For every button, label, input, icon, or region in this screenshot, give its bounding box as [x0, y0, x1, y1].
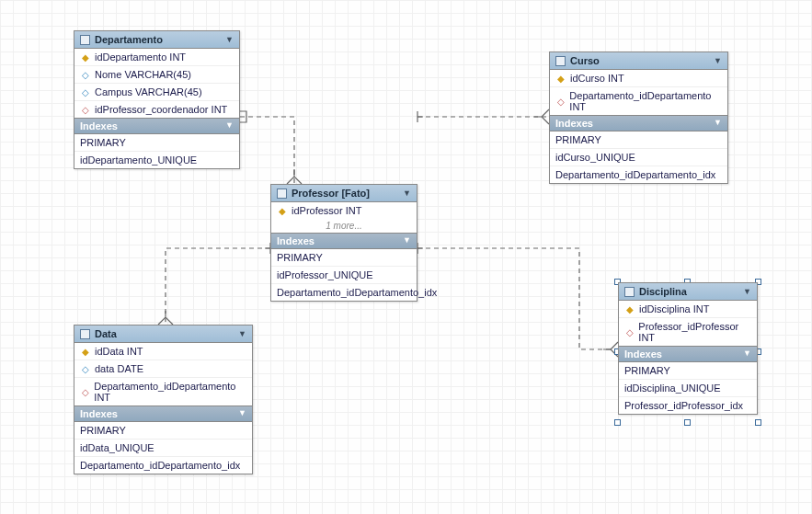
index-row[interactable]: PRIMARY	[619, 362, 757, 379]
column-row[interactable]: ◆idDepartamento INT	[74, 49, 239, 65]
diamond-icon: ◇	[80, 87, 91, 97]
column-row[interactable]: ◇Campus VARCHAR(45)	[74, 83, 239, 100]
entity-name: Curso	[570, 55, 600, 66]
indexes-header[interactable]: Indexes ▼	[271, 233, 417, 249]
entity-data[interactable]: Data ▼ ◆idData INT ◇data DATE ◇Departame…	[74, 325, 253, 474]
table-icon	[80, 329, 90, 339]
indexes-list: PRIMARY idDisciplina_UNIQUE Professor_id…	[619, 362, 757, 414]
entity-title[interactable]: Departamento ▼	[74, 31, 239, 49]
collapse-icon[interactable]: ▼	[238, 329, 246, 338]
indexes-list: PRIMARY idCurso_UNIQUE Departamento_idDe…	[550, 131, 727, 183]
diamond-icon: ◇	[555, 97, 566, 107]
index-row[interactable]: idDepartamento_UNIQUE	[74, 151, 239, 168]
column-row[interactable]: ◇Professor_idProfessor INT	[619, 317, 757, 346]
index-row[interactable]: idDisciplina_UNIQUE	[619, 379, 757, 396]
indexes-list: PRIMARY idData_UNIQUE Departamento_idDep…	[74, 422, 252, 474]
diamond-icon: ◇	[80, 364, 91, 374]
key-icon: ◆	[80, 52, 91, 63]
diamond-icon: ◇	[624, 327, 635, 337]
key-icon: ◆	[80, 347, 91, 357]
resize-handle-se[interactable]	[755, 419, 761, 426]
entity-departamento[interactable]: Departamento ▼ ◆idDepartamento INT ◇Nome…	[74, 30, 240, 169]
entity-disciplina[interactable]: Disciplina ▼ ◆idDisciplina INT ◇Professo…	[618, 282, 758, 415]
resize-handle-sw[interactable]	[614, 419, 621, 426]
index-row[interactable]: idData_UNIQUE	[74, 439, 252, 456]
column-row[interactable]: ◆idData INT	[74, 343, 252, 360]
index-row[interactable]: PRIMARY	[271, 249, 417, 266]
column-row[interactable]: ◇Departamento_idDepartamento INT	[550, 86, 727, 115]
table-icon	[555, 56, 566, 66]
collapse-icon[interactable]: ▼	[714, 56, 722, 65]
collapse-icon[interactable]: ▼	[743, 287, 751, 296]
table-icon	[277, 188, 287, 199]
entity-title[interactable]: Data ▼	[74, 326, 252, 343]
column-row[interactable]: ◇Nome VARCHAR(45)	[74, 65, 239, 83]
erd-canvas[interactable]: Departamento ▼ ◆idDepartamento INT ◇Nome…	[0, 0, 812, 514]
columns-list: ◆idDepartamento INT ◇Nome VARCHAR(45) ◇C…	[74, 49, 239, 118]
entity-title[interactable]: Disciplina ▼	[619, 283, 757, 301]
key-icon: ◆	[277, 206, 288, 216]
column-row[interactable]: ◇idProfessor_coordenador INT	[74, 100, 239, 118]
entity-name: Departamento	[95, 34, 163, 45]
columns-list: ◆idData INT ◇data DATE ◇Departamento_idD…	[74, 343, 252, 405]
index-row[interactable]: Departamento_idDepartamento_idx	[550, 166, 727, 183]
entity-title[interactable]: Curso ▼	[550, 52, 727, 70]
index-row[interactable]: PRIMARY	[74, 422, 252, 439]
indexes-list: PRIMARY idDepartamento_UNIQUE	[74, 134, 239, 168]
columns-list: ◆idProfessor INT 1 more...	[271, 202, 417, 233]
more-indicator[interactable]: 1 more...	[271, 219, 417, 233]
collapse-icon[interactable]: ▼	[403, 188, 411, 198]
collapse-icon[interactable]: ▼	[743, 348, 751, 358]
table-icon	[80, 35, 90, 45]
entity-curso[interactable]: Curso ▼ ◆idCurso INT ◇Departamento_idDep…	[549, 51, 728, 184]
table-icon	[624, 287, 635, 297]
diamond-icon: ◇	[80, 70, 91, 80]
index-row[interactable]: idProfessor_UNIQUE	[271, 266, 417, 283]
index-row[interactable]: Departamento_idDepartamento_idx	[271, 283, 417, 301]
column-row[interactable]: ◆idDisciplina INT	[619, 301, 757, 317]
index-row[interactable]: Departamento_idDepartamento_idx	[74, 456, 252, 474]
resize-handle-s[interactable]	[684, 419, 691, 426]
indexes-list: PRIMARY idProfessor_UNIQUE Departamento_…	[271, 249, 417, 301]
key-icon: ◆	[555, 74, 566, 84]
entity-professor[interactable]: Professor [Fato] ▼ ◆idProfessor INT 1 mo…	[270, 184, 417, 302]
collapse-icon[interactable]: ▼	[238, 408, 246, 417]
column-row[interactable]: ◇data DATE	[74, 360, 252, 377]
collapse-icon[interactable]: ▼	[714, 118, 722, 127]
entity-name: Professor [Fato]	[292, 188, 370, 199]
index-row[interactable]: PRIMARY	[550, 131, 727, 148]
collapse-icon[interactable]: ▼	[225, 120, 234, 130]
diamond-icon: ◇	[80, 387, 90, 397]
column-row[interactable]: ◆idCurso INT	[550, 70, 727, 86]
collapse-icon[interactable]: ▼	[225, 35, 234, 44]
entity-title[interactable]: Professor [Fato] ▼	[271, 185, 417, 202]
entity-name: Disciplina	[639, 286, 687, 297]
columns-list: ◆idCurso INT ◇Departamento_idDepartament…	[550, 70, 727, 115]
index-row[interactable]: PRIMARY	[74, 134, 239, 151]
indexes-header[interactable]: Indexes ▼	[74, 118, 239, 134]
index-row[interactable]: Professor_idProfessor_idx	[619, 396, 757, 414]
collapse-icon[interactable]: ▼	[403, 235, 411, 245]
diamond-icon: ◇	[80, 105, 91, 115]
entity-name: Data	[95, 328, 117, 339]
indexes-header[interactable]: Indexes ▼	[619, 346, 757, 362]
column-row[interactable]: ◆idProfessor INT	[271, 202, 417, 219]
key-icon: ◆	[624, 304, 635, 314]
indexes-header[interactable]: Indexes ▼	[74, 405, 252, 422]
columns-list: ◆idDisciplina INT ◇Professor_idProfessor…	[619, 301, 757, 346]
indexes-header[interactable]: Indexes ▼	[550, 115, 727, 131]
column-row[interactable]: ◇Departamento_idDepartamento INT	[74, 377, 252, 405]
index-row[interactable]: idCurso_UNIQUE	[550, 148, 727, 166]
